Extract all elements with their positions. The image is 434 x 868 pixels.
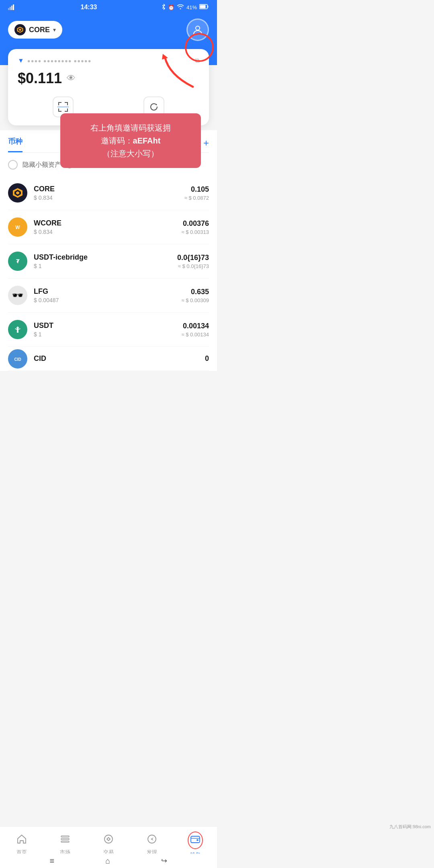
coin-name-cid: CID <box>34 354 205 363</box>
coin-list: CORE $ 0.834 0.105 ≈ $ 0.0872 W <box>8 174 209 371</box>
core-network-icon <box>14 24 26 35</box>
balance-amount: $0.111 <box>18 70 62 87</box>
svg-rect-3 <box>13 4 14 10</box>
coin-price-core: $ 0.834 <box>34 194 184 201</box>
coin-usd-usdt-icebridge: ≈ $ 0.0{16}73 <box>177 263 209 269</box>
coin-name-usdt: USDT <box>34 321 181 330</box>
coin-name-usdt-icebridge: USDT-icebridge <box>34 253 177 262</box>
tooltip-line3: （注意大小写） <box>102 149 159 158</box>
coin-item-wcore[interactable]: W WCORE $ 0.834 0.00376 ≈ $ 0.00313 <box>8 210 209 244</box>
coin-price-usdt: $ 1 <box>34 331 181 338</box>
tooltip-overlay: 右上角填邀请码获返拥 邀请码：aEFAht （注意大小写） <box>60 113 201 168</box>
coin-info-wcore: WCORE $ 0.834 <box>34 219 181 235</box>
status-bar: 14:33 ⏰ 41% <box>0 0 217 14</box>
svg-rect-5 <box>200 5 205 8</box>
coin-info-usdt: USDT $ 1 <box>34 321 181 338</box>
network-selector[interactable]: CORE ▾ <box>8 21 62 39</box>
coin-usd-core: ≈ $ 0.0872 <box>184 195 209 201</box>
coin-amount-usdt: 0.00134 <box>181 322 209 330</box>
svg-rect-2 <box>11 6 12 10</box>
tooltip-code: aEFAht <box>133 136 161 145</box>
tooltip-line1: 右上角填邀请码获返拥 <box>90 123 171 132</box>
wallet-address: ●●●● ●●●●●●●● ●●●●● <box>27 58 192 64</box>
coin-usd-lfg: ≈ $ 0.00309 <box>181 297 209 303</box>
coin-amount-lfg: 0.635 <box>181 288 209 296</box>
chevron-down-icon: ▾ <box>53 27 56 33</box>
status-signal <box>8 4 16 10</box>
battery-percent: 41% <box>186 4 197 10</box>
svg-text:₮: ₮ <box>16 258 20 264</box>
hide-small-toggle[interactable] <box>8 160 18 170</box>
coin-price-lfg: $ 0.00487 <box>34 297 181 303</box>
hide-small-label: 隐藏小额资产 <box>23 161 61 169</box>
page-wrapper: 14:33 ⏰ 41% <box>0 0 217 419</box>
bluetooth-icon <box>162 4 166 11</box>
network-label: CORE <box>29 26 50 34</box>
coin-amount-wcore: 0.00376 <box>181 219 209 228</box>
wallet-card: ▼ ●●●● ●●●●●●●● ●●●●● ⧉ $0.111 👁 <box>8 49 209 125</box>
coin-item-lfg[interactable]: 🕶️ LFG $ 0.00487 0.635 ≈ $ 0.00309 <box>8 278 209 313</box>
main-scroll: ▼ ●●●● ●●●●●●●● ●●●●● ⧉ $0.111 👁 <box>0 49 217 419</box>
status-icons: ⏰ 41% <box>162 4 209 11</box>
coin-balance-lfg: 0.635 ≈ $ 0.00309 <box>181 288 209 303</box>
coin-logo-usdt-icebridge: ₮ <box>8 252 27 271</box>
tab-add-button[interactable]: + <box>203 137 209 152</box>
battery-icon <box>199 4 209 10</box>
coin-usd-usdt: ≈ $ 0.00134 <box>181 332 209 338</box>
eye-icon[interactable]: 👁 <box>67 73 76 84</box>
coin-amount-cid: 0 <box>205 354 209 363</box>
svg-point-9 <box>196 26 200 30</box>
svg-rect-12 <box>58 102 59 105</box>
network-indicator-icon: ▼ <box>18 57 24 64</box>
svg-rect-18 <box>67 108 68 112</box>
svg-rect-0 <box>8 8 9 10</box>
status-time: 14:33 <box>81 4 97 11</box>
coin-name-wcore: WCORE <box>34 219 181 227</box>
coin-item-cid[interactable]: CID CID 0 <box>8 347 209 371</box>
tooltip-text: 右上角填邀请码获返拥 邀请码：aEFAht （注意大小写） <box>70 121 191 160</box>
coin-name-core: CORE <box>34 185 184 193</box>
coin-item-usdt-icebridge[interactable]: ₮ USDT-icebridge $ 1 0.0{16}73 ≈ $ 0.0{1… <box>8 244 209 278</box>
coin-item-core[interactable]: CORE $ 0.834 0.105 ≈ $ 0.0872 <box>8 176 209 210</box>
coin-item-usdt[interactable]: USDT $ 1 0.00134 ≈ $ 0.00134 <box>8 313 209 347</box>
coin-logo-cid: CID <box>8 349 27 368</box>
svg-rect-1 <box>10 7 11 10</box>
coin-balance-wcore: 0.00376 ≈ $ 0.00313 <box>181 219 209 235</box>
svg-rect-16 <box>58 108 59 112</box>
address-row: ▼ ●●●● ●●●●●●●● ●●●●● ⧉ <box>18 57 199 64</box>
coin-info-core: CORE $ 0.834 <box>34 185 184 201</box>
coin-amount-core: 0.105 <box>184 185 209 194</box>
coin-info-cid: CID <box>34 354 205 363</box>
tooltip-line2: 邀请码： <box>101 136 133 145</box>
wifi-icon <box>177 4 184 10</box>
coin-name-lfg: LFG <box>34 287 181 296</box>
profile-button[interactable] <box>186 18 209 41</box>
coin-amount-usdt-icebridge: 0.0{16}73 <box>177 254 209 262</box>
coin-balance-cid: 0 <box>205 354 209 363</box>
coin-price-usdt-icebridge: $ 1 <box>34 263 177 269</box>
coin-info-lfg: LFG $ 0.00487 <box>34 287 181 303</box>
coin-balance-core: 0.105 ≈ $ 0.0872 <box>184 185 209 201</box>
coin-info-usdt-icebridge: USDT-icebridge $ 1 <box>34 253 177 269</box>
coin-price-wcore: $ 0.834 <box>34 229 181 235</box>
svg-rect-19 <box>57 106 69 107</box>
tab-coins[interactable]: 币种 <box>8 137 23 152</box>
svg-text:W: W <box>15 225 20 230</box>
coin-logo-wcore: W <box>8 217 27 237</box>
copy-icon[interactable]: ⧉ <box>195 57 199 64</box>
coin-logo-core <box>8 183 27 203</box>
svg-rect-14 <box>67 102 68 105</box>
coin-logo-lfg: 🕶️ <box>8 286 27 305</box>
coin-balance-usdt: 0.00134 ≈ $ 0.00134 <box>181 322 209 338</box>
coin-usd-wcore: ≈ $ 0.00313 <box>181 229 209 235</box>
alarm-icon: ⏰ <box>168 4 174 10</box>
svg-text:CID: CID <box>14 357 21 362</box>
coin-logo-usdt <box>8 320 27 339</box>
coin-balance-usdt-icebridge: 0.0{16}73 ≈ $ 0.0{16}73 <box>177 254 209 269</box>
balance-row: $0.111 👁 <box>18 70 199 87</box>
